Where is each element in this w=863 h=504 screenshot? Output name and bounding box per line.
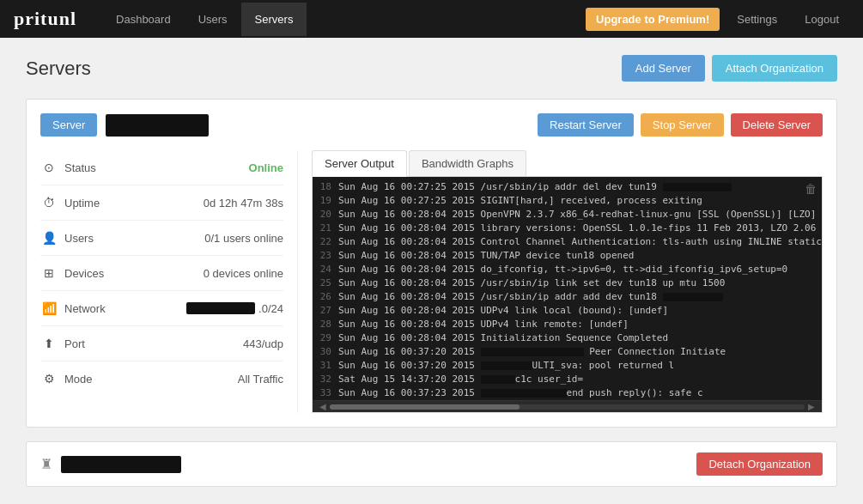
users-icon: 👤	[40, 229, 58, 246]
org-name-redacted	[61, 456, 181, 473]
server-tab-button[interactable]: Server	[40, 113, 97, 137]
status-row: ⊙ Status Online	[40, 150, 283, 185]
page-content: Servers Add Server Attach Organization S…	[0, 38, 863, 504]
org-icon: ♜	[40, 456, 52, 472]
uptime-label: ⏱ Uptime	[40, 194, 100, 211]
page-header: Servers Add Server Attach Organization	[26, 55, 837, 82]
network-value: .0/24	[186, 302, 283, 315]
port-label: ⬆ Port	[40, 335, 85, 352]
mode-value: All Traffic	[238, 373, 283, 386]
log-line: 20Sun Aug 16 00:28:04 2015 OpenVPN 2.3.7…	[313, 208, 822, 222]
log-line: 30Sun Aug 16 00:37:20 2015 Peer Connecti…	[313, 345, 822, 359]
nav-servers[interactable]: Servers	[241, 3, 307, 36]
log-line: 27Sun Aug 16 00:28:04 2015 UDPv4 link lo…	[313, 304, 822, 318]
logout-link[interactable]: Logout	[794, 6, 849, 33]
log-line: 29Sun Aug 16 00:28:04 2015 Initializatio…	[313, 331, 822, 345]
settings-link[interactable]: Settings	[726, 6, 787, 33]
scroll-track[interactable]	[330, 404, 805, 410]
network-icon: 📶	[40, 300, 58, 317]
users-value: 0/1 users online	[204, 232, 283, 245]
port-row: ⬆ Port 443/udp	[40, 326, 283, 361]
scroll-left-arrow[interactable]: ◀	[316, 402, 330, 411]
scroll-thumb[interactable]	[330, 404, 520, 410]
mode-row: ⚙ Mode All Traffic	[40, 361, 283, 396]
log-line: 22Sun Aug 16 00:28:04 2015 Control Chann…	[313, 235, 822, 249]
log-line: 32Sat Aug 15 14:37:20 2015 c1c user_id=	[313, 373, 822, 386]
server-row-left: Server	[40, 113, 209, 137]
log-line: 23Sun Aug 16 00:28:04 2015 TUN/TAP devic…	[313, 249, 822, 263]
restart-server-button[interactable]: Restart Server	[538, 113, 634, 137]
tab-server-output[interactable]: Server Output	[312, 150, 407, 177]
add-server-button[interactable]: Add Server	[622, 55, 705, 82]
horizontal-scrollbar[interactable]: ◀ ▶	[313, 400, 822, 412]
attach-organization-button[interactable]: Attach Organization	[712, 55, 837, 82]
log-line: 24Sun Aug 16 00:28:04 2015 do_ifconfig, …	[313, 263, 822, 276]
log-line: 25Sun Aug 16 00:28:04 2015 /usr/sbin/ip …	[313, 276, 822, 290]
uptime-icon: ⏱	[40, 194, 58, 211]
upgrade-premium-button[interactable]: Upgrade to Premium!	[586, 8, 720, 31]
left-panel: ⊙ Status Online ⏱ Uptime 0d 12h 47m 38s …	[40, 150, 298, 413]
users-label: 👤 Users	[40, 229, 94, 246]
stop-server-button[interactable]: Stop Server	[641, 113, 724, 137]
detach-organization-button[interactable]: Detach Organization	[696, 452, 823, 476]
status-icon: ⊙	[40, 159, 58, 176]
status-value: Online	[249, 161, 283, 174]
uptime-row: ⏱ Uptime 0d 12h 47m 38s	[40, 185, 283, 221]
app-logo: pritunl	[14, 8, 76, 30]
organization-row: ♜ Detach Organization	[26, 441, 837, 487]
users-row: 👤 Users 0/1 users online	[40, 221, 283, 256]
header-actions: Add Server Attach Organization	[622, 55, 837, 82]
log-line: 26Sun Aug 16 00:28:04 2015 /usr/sbin/ip …	[313, 290, 822, 304]
log-line: 28Sun Aug 16 00:28:04 2015 UDPv4 link re…	[313, 318, 822, 331]
log-area[interactable]: 18Sun Aug 16 00:27:25 2015 /usr/sbin/ip …	[313, 177, 822, 400]
server-name-redacted	[106, 114, 209, 137]
mode-icon: ⚙	[40, 370, 58, 387]
clear-log-icon[interactable]: 🗑	[805, 182, 817, 196]
devices-label: ⊞ Devices	[40, 264, 104, 282]
mode-label: ⚙ Mode	[40, 370, 93, 387]
content-area: ⊙ Status Online ⏱ Uptime 0d 12h 47m 38s …	[40, 150, 823, 413]
nav-users[interactable]: Users	[185, 3, 241, 36]
network-redacted	[186, 302, 255, 314]
log-line: 19Sun Aug 16 00:27:25 2015 SIGINT[hard,]…	[313, 194, 822, 208]
org-left: ♜	[40, 456, 181, 473]
devices-row: ⊞ Devices 0 devices online	[40, 256, 283, 291]
status-label: ⊙ Status	[40, 159, 96, 176]
right-panel: Server Output Bandwidth Graphs 🗑 18Sun A…	[298, 150, 823, 413]
server-row-right: Restart Server Stop Server Delete Server	[538, 113, 823, 137]
tab-bandwidth[interactable]: Bandwidth Graphs	[409, 150, 526, 176]
uptime-value: 0d 12h 47m 38s	[204, 197, 283, 209]
scroll-right-arrow[interactable]: ▶	[805, 402, 818, 411]
network-label: 📶 Network	[40, 300, 106, 317]
log-line: 18Sun Aug 16 00:27:25 2015 /usr/sbin/ip …	[313, 180, 822, 194]
tab-content: 🗑 18Sun Aug 16 00:27:25 2015 /usr/sbin/i…	[312, 177, 823, 413]
nav-links: Dashboard Users Servers	[102, 3, 586, 36]
output-tabs: Server Output Bandwidth Graphs	[312, 150, 823, 177]
port-icon: ⬆	[40, 335, 58, 352]
delete-server-button[interactable]: Delete Server	[731, 113, 823, 137]
port-value: 443/udp	[243, 337, 283, 350]
devices-icon: ⊞	[40, 264, 58, 282]
log-line: 31Sun Aug 16 00:37:20 2015 ULTI_sva: poo…	[313, 359, 822, 373]
page-title: Servers	[26, 58, 91, 80]
server-card: Server Restart Server Stop Server Delete…	[26, 99, 837, 428]
network-row: 📶 Network .0/24	[40, 291, 283, 326]
log-line: 21Sun Aug 16 00:28:04 2015 library versi…	[313, 222, 822, 235]
nav-dashboard[interactable]: Dashboard	[102, 3, 185, 36]
nav-right: Upgrade to Premium! Settings Logout	[586, 6, 849, 33]
log-line: 33Sun Aug 16 00:37:23 2015 end push repl…	[313, 386, 822, 400]
server-row: Server Restart Server Stop Server Delete…	[40, 113, 823, 137]
top-navigation: pritunl Dashboard Users Servers Upgrade …	[0, 0, 863, 38]
devices-value: 0 devices online	[204, 267, 283, 280]
